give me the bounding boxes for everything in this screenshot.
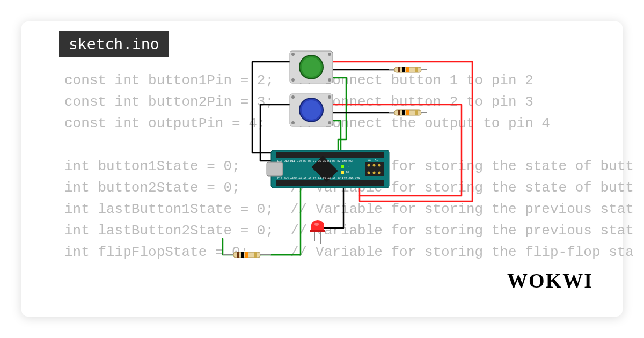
svg-point-52 — [314, 223, 319, 226]
svg-rect-31 — [267, 162, 283, 176]
svg-rect-30 — [276, 180, 384, 186]
svg-text:D13 3V3 AREF A0 A1 A2 A3 A4 A5: D13 3V3 AREF A0 A1 A2 A3 A4 A5 A6 A7 5V … — [277, 177, 360, 180]
red-led[interactable] — [310, 220, 325, 244]
svg-rect-56 — [241, 252, 244, 258]
svg-point-41 — [378, 172, 381, 174]
svg-rect-19 — [415, 67, 418, 72]
svg-rect-23 — [398, 110, 400, 115]
svg-point-39 — [368, 172, 370, 174]
resistor-r2[interactable] — [389, 110, 427, 115]
resistor-r1[interactable] — [389, 67, 427, 72]
svg-point-11 — [328, 95, 331, 99]
svg-rect-25 — [406, 110, 409, 115]
svg-rect-55 — [237, 252, 239, 258]
svg-point-13 — [328, 121, 331, 124]
green-pushbutton[interactable] — [290, 51, 333, 83]
svg-rect-34 — [341, 171, 344, 174]
svg-rect-49 — [310, 230, 325, 232]
wokwi-logo: WOKWI — [507, 269, 593, 292]
card-panel: sketch.ino const int button1Pin = 2; // … — [21, 21, 623, 317]
resistor-r3[interactable] — [223, 252, 271, 258]
svg-point-12 — [291, 121, 295, 124]
svg-rect-29 — [276, 152, 384, 158]
svg-text:D13 D12 D11 D10 D9 D8 D7 D6 D5: D13 D12 D11 D10 D9 D8 D7 D6 D5 D4 D3 D2 … — [277, 159, 353, 163]
circuit-diagram[interactable]: D13 D12 D11 D10 D9 D8 D7 D6 D5 D4 D3 D2 … — [182, 46, 504, 276]
svg-point-4 — [328, 53, 331, 56]
svg-point-5 — [291, 78, 295, 82]
svg-point-2 — [302, 57, 321, 77]
svg-rect-58 — [254, 252, 257, 258]
svg-rect-17 — [402, 67, 405, 72]
svg-rect-18 — [406, 67, 409, 72]
svg-text:RX: RX — [346, 171, 349, 173]
svg-rect-57 — [245, 252, 248, 258]
svg-point-9 — [302, 100, 321, 120]
svg-point-40 — [373, 172, 376, 174]
svg-point-38 — [378, 164, 381, 167]
svg-rect-24 — [402, 110, 405, 115]
blue-pushbutton[interactable] — [290, 94, 333, 126]
svg-point-10 — [291, 95, 295, 99]
svg-point-6 — [328, 78, 331, 82]
svg-rect-16 — [398, 67, 400, 72]
svg-point-37 — [373, 164, 376, 167]
svg-point-36 — [368, 164, 370, 167]
file-tab[interactable]: sketch.ino — [59, 31, 169, 57]
svg-text:TX: TX — [346, 165, 349, 168]
svg-point-3 — [291, 53, 295, 56]
svg-rect-26 — [415, 110, 418, 115]
svg-text:RX0 TX1: RX0 TX1 — [367, 158, 378, 161]
arduino-nano[interactable]: D13 D12 D11 D10 D9 D8 D7 D6 D5 D4 D3 D2 … — [267, 150, 389, 188]
svg-rect-33 — [341, 165, 344, 168]
